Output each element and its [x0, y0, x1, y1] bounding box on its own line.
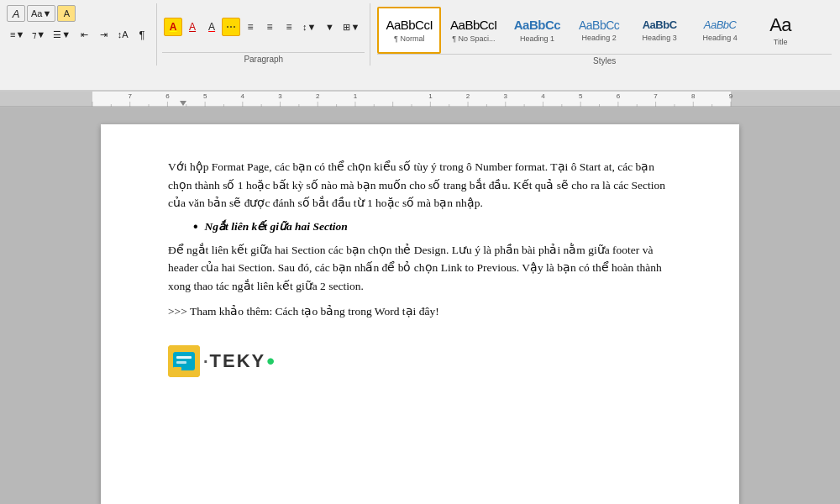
style-normal[interactable]: AaBbCcI ¶ Normal [377, 7, 441, 54]
logo-svg [168, 345, 200, 377]
style-heading4-preview: AaBbC [704, 18, 737, 32]
styles-group: AaBbCcI ¶ Normal AaBbCcI ¶ No Spaci... A… [370, 3, 838, 66]
borders-btn[interactable]: ⊞▼ [339, 18, 363, 36]
style-heading3[interactable]: AaBbC Heading 3 [630, 7, 689, 54]
ribbon: A Aa▼ A ≡▼ ⁊▼ ☰▼ ⇤ ⇥ ↕A ¶ A A A [0, 0, 840, 91]
align-left-btn[interactable]: ⋯ [222, 18, 240, 36]
font-format-btn[interactable]: A [7, 5, 25, 22]
align-right-btn[interactable]: ≡ [260, 18, 279, 36]
logo-text-container: · TEKY • [203, 350, 275, 372]
style-title-preview: Aa [769, 14, 791, 36]
font-size-row: A Aa▼ A [7, 5, 151, 22]
paragraph-1: Với hộp Format Page, các bạn có thể chọn… [168, 158, 672, 213]
paragraph-3: >>> Tham khảo thêm: Cách tạo bảng trong … [168, 302, 672, 321]
style-heading2-label: Heading 2 [582, 34, 617, 42]
ruler-canvas [0, 91, 840, 108]
ribbon-top: A Aa▼ A ≡▼ ⁊▼ ☰▼ ⇤ ⇥ ↕A ¶ A A A [0, 0, 840, 66]
style-heading2[interactable]: AaBbCc Heading 2 [570, 7, 628, 54]
style-no-spacing-label: ¶ No Spaci... [452, 34, 495, 43]
logo-dash: · [203, 352, 208, 371]
bullet-text: Ngắt liên kết giữa hai Section [205, 219, 348, 234]
document-area: Với hộp Format Page, các bạn có thể chọn… [0, 108, 840, 504]
paragraph-btns: A A A ⋯ ≡ ≡ ≡ ↕▼ ▼ ⊞▼ [162, 3, 365, 50]
svg-rect-2 [176, 356, 192, 359]
numbering-btn[interactable]: ⁊▼ [29, 25, 49, 44]
svg-rect-4 [173, 367, 181, 370]
line-spacing-btn[interactable]: ↕▼ [299, 18, 319, 36]
font-theme-btn[interactable]: A [57, 5, 76, 22]
ruler [0, 91, 840, 108]
decrease-indent[interactable]: ⇤ [75, 25, 93, 44]
styles-content: AaBbCcI ¶ Normal AaBbCcI ¶ No Spaci... A… [377, 7, 832, 54]
font-color-btn2[interactable]: A [202, 18, 221, 36]
svg-rect-3 [176, 361, 186, 364]
style-heading2-preview: AaBbCc [579, 18, 619, 33]
pilcrow-btn[interactable]: ¶ [133, 25, 151, 44]
paragraph-2: Để ngắt liên kết giữa hai Section các bạ… [168, 241, 672, 296]
bullets-btn[interactable]: ≡▼ [7, 25, 28, 44]
paragraph-label: Paragraph [162, 52, 365, 66]
style-title-label: Title [774, 38, 788, 46]
style-heading1[interactable]: AaBbCc Heading 1 [507, 7, 568, 54]
style-heading4-label: Heading 4 [703, 34, 738, 42]
style-heading4[interactable]: AaBbC Heading 4 [690, 7, 749, 54]
style-normal-preview: AaBbCcI [386, 18, 433, 33]
style-heading3-label: Heading 3 [643, 34, 677, 42]
logo-icon [168, 345, 200, 377]
sort-btn[interactable]: ↕A [113, 25, 132, 44]
font-group: A Aa▼ A ≡▼ ⁊▼ ☰▼ ⇤ ⇥ ↕A ¶ [2, 3, 157, 66]
document-page: Với hộp Format Page, các bạn có thể chọn… [101, 124, 739, 504]
justify-btn[interactable]: ≡ [280, 18, 298, 36]
style-heading3-preview: AaBbC [643, 18, 677, 32]
multilevel-btn[interactable]: ☰▼ [50, 25, 74, 44]
logo-area: · TEKY • [168, 345, 672, 377]
logo-brand-text: TEKY [210, 350, 266, 372]
style-no-spacing[interactable]: AaBbCcI ¶ No Spaci... [443, 7, 505, 54]
style-normal-label: ¶ Normal [394, 34, 424, 43]
styles-label: Styles [377, 54, 832, 67]
style-heading1-preview: AaBbCc [514, 18, 560, 33]
bullet-dot: • [193, 219, 198, 234]
style-no-spacing-preview: AaBbCcI [450, 18, 497, 33]
font-color-btn[interactable]: A [183, 18, 202, 36]
font-size-aa[interactable]: Aa▼ [27, 5, 55, 22]
style-title[interactable]: Aa Title [751, 7, 810, 54]
style-heading1-label: Heading 1 [520, 34, 554, 43]
align-center-btn[interactable]: ≡ [241, 18, 260, 36]
paragraph-alignment-group: A A A ⋯ ≡ ≡ ≡ ↕▼ ▼ ⊞▼ Paragraph [157, 3, 370, 66]
highlight-btn[interactable]: A [164, 18, 182, 36]
bullet-item: • Ngắt liên kết giữa hai Section [193, 219, 672, 234]
font-format-btns: ≡▼ ⁊▼ ☰▼ ⇤ ⇥ ↕A ¶ [7, 25, 151, 44]
increase-indent[interactable]: ⇥ [94, 25, 113, 44]
shading-btn[interactable]: ▼ [320, 18, 339, 36]
